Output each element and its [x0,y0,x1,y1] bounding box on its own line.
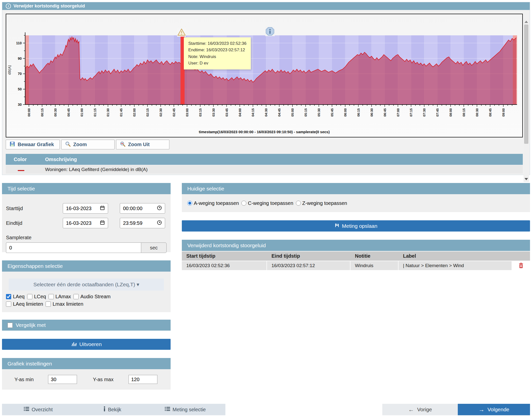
scrollbar-thumb[interactable] [524,25,528,144]
zoom-button[interactable]: Zoom [61,140,115,149]
info-icon [103,406,106,413]
x-tick-label: 06:15 [357,108,360,117]
nav-meting-selectie[interactable]: Meting selectie [165,407,206,413]
starttijd-date-field[interactable] [63,203,108,214]
list-icon [24,407,29,413]
tijd-selectie-header: Tijd selectie [2,183,171,194]
y-tick-label: 110 [16,41,22,45]
radio-label: A-weging toepassen [194,200,239,206]
top-panel-header: i Verwijder kortstondig stoorgeluid [2,2,530,10]
radio-c-weging-toepassen[interactable]: C-weging toepassen [241,200,293,206]
x-tick-label: 04:15 [251,108,255,117]
eindtijd-date-input[interactable] [66,220,96,226]
nav-overzicht[interactable]: Overzicht [24,407,53,413]
zoom-out-label: Zoom Uit [128,142,150,147]
starttijd-time-input[interactable] [123,206,153,211]
radio-input-a-weging-toepassen[interactable] [187,201,192,206]
starttijd-time-field[interactable] [120,203,165,214]
zoom-out-button[interactable]: Zoom Uit [116,140,169,149]
weging-radio-group: A-weging toepassenC-weging toepassenZ-we… [182,194,530,212]
checkbox-input-lmax-limieten[interactable] [46,301,51,307]
eindtijd-time-input[interactable] [123,220,153,226]
x-tick-label: 04:30 [264,108,268,117]
col-eind-tijdstip: Eind tijdstip [267,251,350,261]
clock-icon[interactable] [157,205,162,212]
y-as-min-label: Y-as min [14,377,34,382]
tijd-selectie-panel: Tijd selectie Starttijd Eindtijd [2,183,171,252]
checkbox-laeq-limieten[interactable]: LAeq limieten [6,301,43,307]
checkbox-audio-stream[interactable]: Audio Stream [73,294,111,299]
cell-label: | Natuur > Elementen > Wind [399,261,512,270]
property-checkbox-row-1: LAeqLCeqLAmaxAudio Stream [6,294,171,299]
arrow-left-icon: ← [408,406,414,413]
noise-chart[interactable]: 3050709011000:0000:1500:3000:4501:0001:1… [6,14,522,137]
eindtijd-date-field[interactable] [63,218,108,228]
x-tick-label: 01:15 [93,108,97,117]
calendar-icon[interactable] [100,205,105,212]
x-tick-label: 01:45 [119,108,123,117]
delete-row-button[interactable] [517,262,525,270]
y-as-min-input[interactable] [48,375,77,384]
save-graph-label: Bewaar Grafiek [18,142,54,147]
radio-a-weging-toepassen[interactable]: A-weging toepassen [187,200,239,206]
warning-icon[interactable] [177,28,186,37]
vergelijk-met-bar[interactable]: Vergelijk met [2,320,171,331]
info-octagon-icon[interactable] [265,27,275,36]
meting-opslaan-button[interactable]: Meting opslaan [182,220,530,232]
eigenschappen-header: Eigenschappen selectie [2,260,171,272]
x-tick-label: 03:30 [212,108,215,117]
nav-bekijk[interactable]: Bekijk [103,406,121,413]
uitvoeren-button[interactable]: Uitvoeren [2,339,171,350]
checkbox-input-audio-stream[interactable] [73,294,79,299]
list-icon [165,407,170,413]
calendar-icon[interactable] [100,220,105,226]
checkbox-input-laeq[interactable] [6,294,11,299]
clock-icon[interactable] [157,220,162,226]
x-tick-label: 02:00 [133,108,136,117]
checkbox-lamax[interactable]: LAmax [49,294,71,299]
legend-table: Color Omschrijving Woningen: LAeq Gefilt… [6,153,523,174]
starttijd-date-input[interactable] [66,206,96,211]
checkbox-label: Lmax limieten [53,301,83,307]
radio-label: C-weging toepassen [248,200,293,206]
tooltip-note: Note: Windruis [188,54,246,60]
vertical-scrollbar[interactable] [524,19,529,182]
y-axis-title: dB(A) [7,65,11,75]
samplerate-group: sec [6,242,167,253]
chart-container: 3050709011000:0000:1500:3000:4501:0001:1… [6,14,523,137]
checkbox-input-lamax[interactable] [49,294,54,299]
checkbox-lmax-limieten[interactable]: Lmax limieten [46,301,83,307]
octaafbanden-dropdown[interactable]: Selecteer één derde octaafbanden (LZeq,T… [9,279,164,291]
x-tick-label: 07:45 [436,108,439,117]
samplerate-input[interactable] [6,242,141,253]
chart-x-axis-title: timestamp(16/03/2023 00:00:00 - 16/03/20… [6,130,522,134]
eindtijd-time-field[interactable] [120,218,165,228]
checkbox-input-laeq-limieten[interactable] [6,301,11,307]
checkbox-lceq[interactable]: LCeq [27,294,46,299]
meting-opslaan-label: Meting opslaan [342,223,377,229]
vergelijk-met-checkbox[interactable] [7,323,13,328]
x-tick-label: 03:00 [185,108,189,117]
eindtijd-label: Eindtijd [6,220,63,226]
col-notitie: Notitie [350,251,399,261]
radio-input-c-weging-toepassen[interactable] [241,201,246,206]
save-icon [9,141,15,148]
checkbox-laeq[interactable]: LAeq [6,294,25,299]
vorige-button[interactable]: ← Vorige [382,404,458,415]
radio-z-weging-toepassen[interactable]: Z-weging toepassen [296,200,347,206]
radio-input-z-weging-toepassen[interactable] [296,201,301,206]
samplerate-unit: sec [141,242,167,253]
scroll-down-icon[interactable] [525,178,528,180]
x-tick-label: 02:30 [159,108,163,117]
save-graph-button[interactable]: Bewaar Grafiek [6,140,60,149]
chart-toolbar: Bewaar Grafiek Zoom Zoom Uit [6,140,528,149]
property-checkbox-row-2: LAeq limietenLmax limieten [6,301,171,307]
volgende-button[interactable]: → Volgende [458,404,530,415]
checkbox-input-lceq[interactable] [27,294,32,299]
nav-label: Meting selectie [173,407,206,413]
cell-start-tijdstip: 16/03/2023 02:52:36 [182,261,267,270]
scroll-up-icon[interactable] [525,21,528,23]
x-tick-label: 08:00 [449,108,453,117]
y-as-max-input[interactable] [129,375,157,384]
x-tick-label: 01:30 [106,108,110,117]
